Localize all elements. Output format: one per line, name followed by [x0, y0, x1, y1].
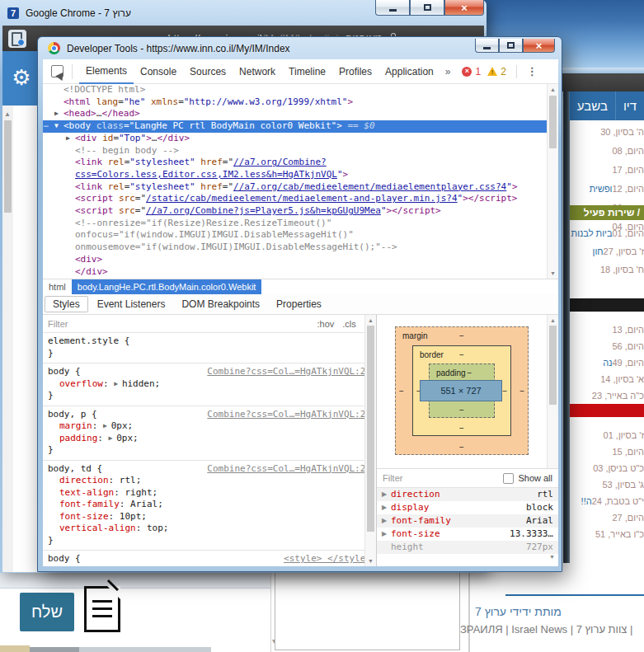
overflow-menu-icon[interactable]: ⋮: [522, 65, 543, 77]
elements-scrollbar[interactable]: ▲ ▼: [547, 84, 558, 279]
scroll-down-arrow[interactable]: ▼: [368, 558, 374, 564]
code-line[interactable]: <div>: [43, 254, 547, 266]
computed-row[interactable]: ▶font-familyArial: [377, 514, 558, 528]
box-model-content[interactable]: 551 × 727: [420, 380, 502, 401]
computed-row[interactable]: ▶displayblock: [377, 501, 558, 514]
style-property[interactable]: overflow: ▶ hidden;: [48, 378, 371, 391]
headline-row[interactable]: ה' בסיון, 30: [570, 124, 644, 140]
headline-row[interactable]: היום, 13: [570, 321, 644, 338]
code-line[interactable]: <!--onresize="if(Resize)Resize.ResizeTim…: [43, 218, 547, 230]
code-line[interactable]: ▶<div id="Top">…</div>: [43, 133, 547, 145]
code-line[interactable]: css=Colors.less,Editor.css,IM2.less&h=Hg…: [43, 169, 547, 181]
minimize-button[interactable]: [475, 39, 499, 53]
close-button[interactable]: ×: [523, 39, 555, 53]
code-line[interactable]: <html lang="he" xmlns="http://www.w3.org…: [43, 96, 547, 109]
rule-selector[interactable]: body, td {: [48, 463, 102, 476]
scroll-thumb[interactable]: [549, 326, 557, 405]
sidebar-tab-properties[interactable]: Properties: [269, 297, 329, 312]
scroll-thumb[interactable]: [549, 96, 557, 148]
margin-left-value[interactable]: −: [399, 387, 404, 396]
headline-row[interactable]: ז' בסיון, 27חון: [570, 243, 644, 260]
code-line[interactable]: ⋯▼<body class="LangHe PC rtl BodyMain co…: [43, 120, 547, 133]
console-status[interactable]: × 1 ! 2: [462, 66, 510, 77]
property-value[interactable]: right;: [125, 487, 157, 498]
property-value[interactable]: 0px;: [116, 433, 139, 443]
devtools-tab-profiles[interactable]: Profiles: [332, 59, 378, 84]
send-button[interactable]: שלח: [20, 593, 74, 631]
headline-row[interactable]: א' בסיון, 14: [570, 371, 644, 387]
padding-bottom-value[interactable]: −: [459, 406, 464, 415]
headline-row[interactable]: היום, 17: [570, 162, 644, 178]
scroll-up-arrow[interactable]: ▲: [4, 110, 11, 118]
property-name[interactable]: padding: [59, 433, 97, 443]
style-property[interactable]: text-align: right;: [48, 487, 371, 500]
headline-link[interactable]: חון: [593, 246, 604, 256]
code-line[interactable]: onfocus="if(window.IMGUI)IMGUI.DisableMe…: [43, 229, 547, 242]
shorthand-arrow[interactable]: ▶: [103, 422, 111, 429]
computed-row[interactable]: ▶height727px: [377, 541, 558, 554]
style-property[interactable]: padding: ▶ 0px;: [48, 433, 371, 445]
expand-arrow[interactable]: ▶: [382, 528, 391, 541]
shorthand-arrow[interactable]: ▶: [109, 434, 117, 442]
style-rule[interactable]: body, p {Combine?css=Col…=HgATkjnVQL:27m…: [43, 406, 376, 461]
border-right-value[interactable]: −: [502, 387, 507, 396]
code-line[interactable]: <!-- begin body -->: [43, 145, 547, 157]
box-model-border[interactable]: border − − − − padding − − − − 551 × 727: [412, 345, 511, 436]
gear-icon[interactable]: ⚙: [12, 68, 31, 87]
code-line[interactable]: onmousemove="if(window.IMGUI)IMGUI.Disab…: [43, 242, 547, 254]
close-button[interactable]: ×: [444, 0, 484, 16]
code-link[interactable]: //a7.org/Combine?: [233, 157, 327, 167]
code-line[interactable]: <!DOCTYPE html>: [43, 84, 547, 96]
property-name[interactable]: direction: [59, 475, 109, 485]
property-value[interactable]: hidden;: [122, 378, 160, 389]
style-property[interactable]: margin: ▶ 0px;: [48, 420, 371, 433]
headline-row[interactable]: ג' בסיון, 53: [570, 476, 644, 493]
rule-source-link[interactable]: Combine?css=Col…=HgATkjnVQL:27: [207, 409, 371, 421]
headline-row[interactable]: היום, 15: [570, 443, 644, 460]
property-value[interactable]: rtl;: [120, 475, 142, 485]
rule-source-link[interactable]: Combine?css=Col…=HgATkjnVQL:27: [207, 366, 371, 378]
margin-bottom-value[interactable]: −: [459, 443, 464, 452]
code-line[interactable]: <script src="//a7.org/Combine?js=Player5…: [43, 205, 547, 218]
computed-row[interactable]: ▶font-size13.3333…: [377, 528, 558, 541]
rule-source-link[interactable]: Combine?css=Col…=HgATkjnVQL:27: [207, 463, 371, 476]
devtools-tab-network[interactable]: Network: [233, 59, 282, 84]
box-model-padding[interactable]: padding − − − − 551 × 727: [429, 364, 495, 418]
rule-selector[interactable]: body, p {: [48, 409, 97, 421]
rule-selector[interactable]: body {: [48, 553, 81, 565]
message-input-box[interactable]: [275, 572, 460, 650]
style-property[interactable]: vertical-align: top;: [48, 523, 371, 535]
footer-association-link[interactable]: מותת ידידי ערוץ 7: [475, 605, 644, 618]
headline-link[interactable]: נה: [603, 358, 612, 368]
show-all-checkbox[interactable]: [503, 473, 514, 484]
metrics-scrollbar[interactable]: ▲: [547, 315, 558, 468]
expand-arrow[interactable]: ▶: [382, 501, 391, 514]
devtools-tab-timeline[interactable]: Timeline: [282, 59, 332, 84]
code-line[interactable]: ▶<head>…</head>: [43, 108, 547, 120]
devtools-tab-elements[interactable]: Elements: [79, 59, 134, 84]
property-name[interactable]: vertical-align: [59, 523, 136, 533]
headline-row[interactable]: כ"ט בניסן, 03: [570, 460, 644, 476]
border-top-value[interactable]: −: [459, 350, 464, 359]
hov-toggle[interactable]: :hov: [317, 319, 335, 329]
property-value[interactable]: Arial;: [130, 499, 163, 509]
headline-row[interactable]: י"ט בטבת, 24ה!!: [570, 493, 644, 509]
styles-scrollbar[interactable]: ▲ ▼: [364, 315, 376, 566]
rule-selector[interactable]: element.style {: [48, 335, 129, 348]
headline-row[interactable]: היום, 27: [570, 509, 644, 526]
headline-row[interactable]: ח' בסיון, 18: [570, 261, 644, 278]
code-link[interactable]: /static/cab/medieelement/mediaelement-an…: [146, 193, 458, 204]
computed-row[interactable]: ▶directionrtl: [377, 488, 558, 501]
scroll-down-arrow[interactable]: ▼: [550, 270, 556, 276]
style-property[interactable]: font-size: 10pt;: [48, 511, 371, 523]
border-bottom-value[interactable]: −: [459, 424, 464, 433]
property-name[interactable]: text-align: [59, 487, 114, 498]
rule-source-link[interactable]: <style> </style>: [284, 553, 371, 565]
computed-filter-input[interactable]: Filter: [383, 473, 402, 483]
document-icon[interactable]: [84, 586, 120, 632]
property-value[interactable]: 0px;: [111, 420, 134, 431]
cls-toggle[interactable]: .cls: [342, 319, 356, 329]
code-line[interactable]: </div>: [43, 266, 547, 279]
code-link[interactable]: css=Colors.less,Editor.css,IM2.less&h=Hg…: [75, 169, 337, 180]
maximize-button[interactable]: [410, 0, 444, 16]
